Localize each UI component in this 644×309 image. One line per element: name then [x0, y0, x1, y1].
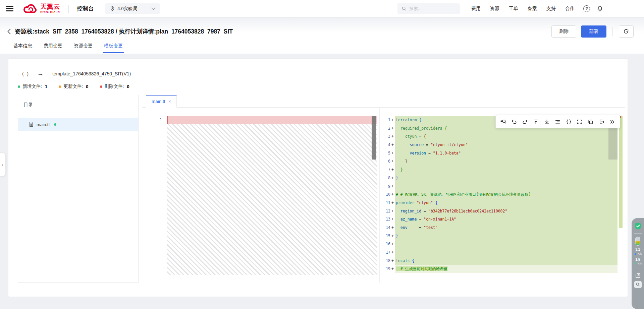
status-dot-icon: [59, 85, 61, 88]
compare-target: template_1764053826_4750_SIT(V1): [52, 71, 131, 76]
line-number: 19: [380, 265, 390, 273]
status-dot-icon: [18, 85, 20, 88]
nav-link-0[interactable]: 费用: [471, 6, 481, 12]
code-line-15: 15+}: [380, 232, 618, 240]
diff-editor: main.tf × 1 - 1+terraform {2+: [142, 95, 625, 283]
hamburger-menu-icon[interactable]: [6, 6, 13, 11]
back-button[interactable]: [5, 27, 13, 36]
ruler-added-marks: [619, 116, 623, 228]
code-line-18: 18+locals {: [380, 257, 618, 265]
more-icon[interactable]: [609, 118, 616, 125]
scroll-to-bottom-icon[interactable]: [543, 118, 550, 125]
shield-check-icon[interactable]: [634, 222, 642, 230]
close-tab-icon[interactable]: ×: [169, 99, 171, 104]
nav-links: 费用资源工单备案支持合作: [471, 6, 575, 12]
deploy-button[interactable]: 部署: [581, 25, 606, 38]
line-number: 7: [380, 166, 390, 174]
format-align-icon[interactable]: [554, 118, 561, 125]
selection-icon[interactable]: [576, 118, 583, 125]
line-number: 15: [380, 232, 390, 240]
undo-icon[interactable]: [511, 118, 518, 125]
magnifier-chip-icon[interactable]: [634, 281, 642, 288]
brand-logo[interactable]: 天翼云 State Cloud: [23, 3, 60, 14]
battery-pill-icon[interactable]: [635, 237, 640, 246]
scroll-to-top-icon[interactable]: [532, 118, 540, 125]
nav-link-4[interactable]: 支持: [546, 6, 556, 12]
nav-link-5[interactable]: 合作: [565, 6, 575, 12]
diff-filler-hatch: [167, 124, 377, 275]
added-sign: +: [390, 232, 395, 240]
redo-icon[interactable]: [521, 118, 529, 125]
added-sign: +: [390, 248, 395, 257]
added-sign: +: [390, 141, 395, 149]
search-in-file-icon[interactable]: [499, 118, 507, 125]
cloud-logo-icon: [23, 3, 38, 14]
code-line-5: 5+ version = "1.1.0-beta": [380, 149, 618, 158]
search-icon: [401, 6, 407, 11]
original-pane[interactable]: 1 -: [142, 108, 377, 283]
delete-button[interactable]: 删除: [551, 25, 576, 38]
line-number: 4: [380, 141, 390, 149]
added-sign: +: [390, 215, 395, 224]
line-content: source = "ctyun-it/ctyun": [395, 141, 618, 149]
tab-模板变更[interactable]: 模板变更: [104, 43, 123, 53]
notification-bell-icon[interactable]: [597, 5, 603, 12]
tab-基本信息[interactable]: 基本信息: [13, 43, 32, 53]
search-box[interactable]: [397, 3, 460, 14]
region-label: 4.0实验局: [117, 6, 149, 12]
added-sign: +: [390, 149, 395, 158]
sidebar-expand-handle[interactable]: ›: [0, 152, 6, 177]
arrow-right-icon: →: [37, 70, 44, 77]
nav-link-3[interactable]: 备案: [528, 6, 537, 12]
added-sign: +: [390, 224, 395, 232]
added-sign: +: [390, 174, 395, 182]
stat-item: 新增文件:1: [18, 83, 47, 89]
export-icon[interactable]: [598, 118, 605, 125]
braces-icon[interactable]: [565, 118, 572, 125]
screenshot-crop-icon[interactable]: [635, 272, 641, 279]
diff-panes[interactable]: 1 - 1+terraform {2+ required_providers {…: [142, 108, 625, 283]
tab-资源变更[interactable]: 资源变更: [74, 43, 93, 53]
added-sign: +: [390, 190, 395, 199]
nav-link-1[interactable]: 资源: [490, 6, 499, 12]
file-added-dot-icon: [54, 123, 56, 126]
removed-sign: -: [162, 116, 167, 124]
modified-pane[interactable]: 1+terraform {2+ required_providers {3+ c…: [379, 108, 625, 283]
tab-费用变更[interactable]: 费用变更: [44, 43, 62, 53]
code-line-17: 17+: [380, 248, 618, 257]
directory-file-main.tf[interactable]: main.tf: [18, 118, 138, 131]
line-content: version = "1.1.0-beta": [395, 149, 618, 158]
line-number: 1: [380, 116, 390, 124]
page-title: 资源栈:stack_SIT_2358_1764053828 / 执行计划详情:p…: [15, 27, 233, 36]
arrow-down-icon: ▼: [634, 262, 637, 265]
nav-link-2[interactable]: 工单: [509, 6, 518, 12]
overview-ruler[interactable]: [618, 108, 625, 283]
code-line-16: 16+: [380, 240, 618, 248]
line-number: 3: [380, 132, 390, 141]
side-utility-widget: 3.1 ▲ K/s 1.5 ▼ K/s: [632, 218, 644, 309]
line-number: 5: [380, 149, 390, 158]
added-sign: +: [390, 240, 395, 248]
line-content: [395, 182, 618, 191]
line-content: }: [395, 174, 618, 182]
region-selector[interactable]: 4.0实验局: [105, 3, 160, 14]
code-line-4: 4+ source = "ctyun-it/ctyun": [380, 141, 618, 149]
code-line-8: 8+}: [380, 174, 618, 182]
line-content: }: [395, 166, 618, 174]
left-scrollbar-thumb[interactable]: [372, 116, 376, 160]
divider: [634, 233, 642, 234]
editor-tab-maintf[interactable]: main.tf ×: [146, 95, 177, 108]
compare-header: -- (--) → template_1764053826_4750_SIT(V…: [18, 70, 625, 77]
console-label[interactable]: 控制台: [77, 5, 94, 12]
line-content: env = "test": [395, 224, 618, 232]
line-number: 11: [380, 199, 390, 207]
line-content: az_name = "cn-xinan1-1A": [395, 215, 618, 224]
search-input[interactable]: [409, 6, 449, 11]
code-line-12: 12+ region_id = "b342b77ef26b11ecb0ac024…: [380, 207, 618, 215]
refresh-button[interactable]: [619, 25, 634, 38]
status-dot-icon: [100, 85, 102, 88]
file-name: main.tf: [37, 122, 50, 127]
copy-icon[interactable]: [587, 118, 594, 125]
line-number: 2: [380, 124, 390, 133]
help-icon[interactable]: ?: [583, 5, 590, 12]
